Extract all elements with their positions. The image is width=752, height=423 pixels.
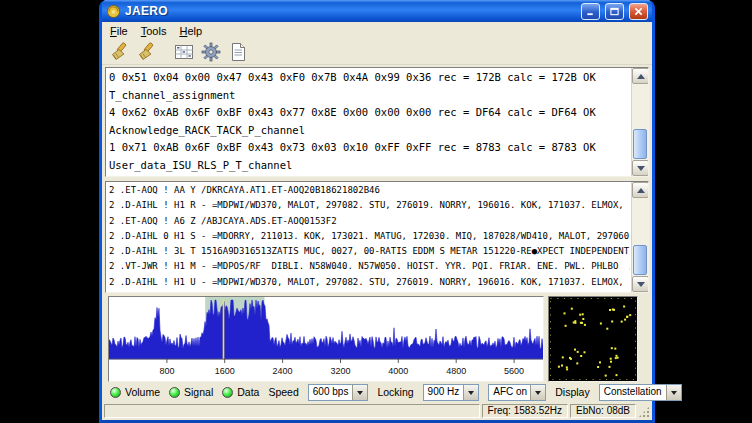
signal-led-icon xyxy=(169,387,180,398)
dropdown-button[interactable] xyxy=(463,385,478,400)
packet-log-pane[interactable]: 0 0x51 0x04 0x00 0x47 0x43 0xF0 0x7B 0x4… xyxy=(105,67,649,177)
chevron-down-icon xyxy=(468,391,474,398)
packet-log-scrollbar[interactable] xyxy=(631,68,648,176)
chevron-down-icon xyxy=(357,391,363,398)
log-line: User_data_ISU_RLS_P_T_channel xyxy=(109,157,630,175)
resize-grip[interactable] xyxy=(638,406,650,418)
maximize-button[interactable] xyxy=(605,3,624,20)
constellation-dot xyxy=(616,374,618,376)
display-select[interactable]: Constellation xyxy=(599,384,682,401)
log-line: 4 0x62 0xAB 0x6F 0xBF 0x43 0x77 0x8E 0x0… xyxy=(109,104,630,122)
menu-help[interactable]: Help xyxy=(173,24,208,38)
constellation-dot xyxy=(566,368,568,370)
axis-tick-label: 4000 xyxy=(388,366,408,376)
acars-message-scrollbar[interactable] xyxy=(631,182,648,292)
locking-select[interactable]: 900 Hz xyxy=(423,384,480,401)
constellation-dot xyxy=(615,357,617,359)
dropdown-button[interactable] xyxy=(666,385,681,400)
status-ebno: EbNo: 08dB xyxy=(570,404,636,418)
arrow-up-icon xyxy=(637,70,645,79)
arrow-up-icon xyxy=(637,184,645,193)
arrow-down-icon xyxy=(637,282,645,291)
status-frequency: Freq: 1583.52Hz xyxy=(482,404,569,418)
speed-value: 600 bps xyxy=(309,385,353,400)
speed-select[interactable]: 600 bps xyxy=(308,384,369,401)
constellation-dot xyxy=(565,325,567,327)
dropdown-button[interactable] xyxy=(530,385,545,400)
scrollbar-thumb[interactable] xyxy=(633,245,647,275)
clear-packet-log-button[interactable] xyxy=(106,40,131,63)
volume-label: Volume xyxy=(125,386,160,398)
settings-button[interactable] xyxy=(198,40,223,63)
scrollbar-thumb[interactable] xyxy=(633,129,647,159)
constellation-dot xyxy=(614,348,616,350)
constellation-dot xyxy=(599,361,601,363)
constellation-dot xyxy=(610,358,612,360)
constellation-dot xyxy=(562,356,564,358)
spectrum-display[interactable]: 800160024003200400048005600 xyxy=(108,296,544,382)
constellation-dot xyxy=(624,319,626,321)
dropdown-button[interactable] xyxy=(352,385,367,400)
close-button[interactable] xyxy=(629,3,648,20)
clear-message-log-button[interactable] xyxy=(133,40,158,63)
afc-select[interactable]: AFC on xyxy=(488,384,546,401)
constellation-dot xyxy=(584,351,586,353)
constellation-dot xyxy=(569,357,571,359)
data-indicator: Data xyxy=(222,386,259,398)
constellation-dot xyxy=(564,312,566,314)
log-line: T_channel_assignment xyxy=(109,87,630,105)
afc-value: AFC on xyxy=(489,385,530,400)
acars-message-pane[interactable]: 2 .ET-AOQ ! AA Y /DKRCAYA.AT1.ET-AOQ20B1… xyxy=(105,181,649,293)
broom-icon xyxy=(136,42,156,62)
broom-icon xyxy=(109,42,129,62)
constellation-dot xyxy=(621,321,623,323)
data-label: Data xyxy=(237,386,259,398)
constellation-dot xyxy=(574,320,576,322)
constellation-dot xyxy=(597,366,599,368)
axis-tick-label: 800 xyxy=(159,366,174,376)
scroll-up-button[interactable] xyxy=(632,182,649,198)
log-line: 2 .ET-AOQ ! AA Y /DKRCAYA.AT1.ET-AOQ20B1… xyxy=(109,183,630,198)
log-file-button[interactable] xyxy=(225,40,250,63)
app-icon xyxy=(106,4,121,19)
constellation-dot xyxy=(571,308,573,310)
menu-tools[interactable]: Tools xyxy=(135,24,173,38)
status-filler xyxy=(104,404,480,418)
axis-tick-label: 1600 xyxy=(215,366,235,376)
displays-row: 800160024003200400048005600 xyxy=(108,296,646,382)
menubar: File Tools Help xyxy=(102,22,652,39)
arrow-down-icon xyxy=(637,166,645,175)
scroll-down-button[interactable] xyxy=(632,160,649,176)
controls-bar: Volume Signal Data Speed 600 bps Locking… xyxy=(102,382,652,402)
signal-label: Signal xyxy=(184,386,213,398)
minimize-icon xyxy=(586,7,595,16)
constellation-dot xyxy=(606,328,608,330)
volume-led-icon xyxy=(110,387,121,398)
axis-tick-label: 5600 xyxy=(504,366,524,376)
gear-icon xyxy=(201,42,221,62)
binary-data-button[interactable] xyxy=(171,40,196,63)
menu-file[interactable]: File xyxy=(104,24,134,38)
toolbar xyxy=(102,39,652,65)
constellation-dot xyxy=(611,321,613,323)
constellation-dot xyxy=(623,306,625,308)
window-title: JAERO xyxy=(125,4,576,18)
scroll-up-button[interactable] xyxy=(632,68,649,84)
log-line: Acknowledge_RACK_TACK_P_channel xyxy=(109,122,630,140)
constellation-dot xyxy=(626,316,628,318)
chevron-down-icon xyxy=(535,391,541,398)
minimize-button[interactable] xyxy=(581,3,600,20)
speed-label: Speed xyxy=(268,386,298,398)
log-line: 1 0x71 0xAB 0x6F 0xBF 0x43 0x73 0x03 0x1… xyxy=(109,139,630,157)
log-line: 2 .D-AIHL ! 3L T 1516A9D316513ZATIS MUC,… xyxy=(109,244,630,259)
titlebar[interactable]: JAERO xyxy=(102,0,652,22)
locking-label: Locking xyxy=(377,386,413,398)
status-bar: Freq: 1583.52Hz EbNo: 08dB xyxy=(102,402,652,420)
constellation-dot xyxy=(609,366,611,368)
locking-value: 900 Hz xyxy=(424,385,464,400)
jaero-window: JAERO File Tools Help xyxy=(99,0,655,423)
spectrum-plot: 800160024003200400048005600 xyxy=(109,297,543,381)
constellation-dot xyxy=(582,318,584,320)
log-line: 2 .ET-AOQ ! A6 Z /ABJCAYA.ADS.ET-AOQ0153… xyxy=(109,214,630,229)
scroll-down-button[interactable] xyxy=(632,276,649,292)
